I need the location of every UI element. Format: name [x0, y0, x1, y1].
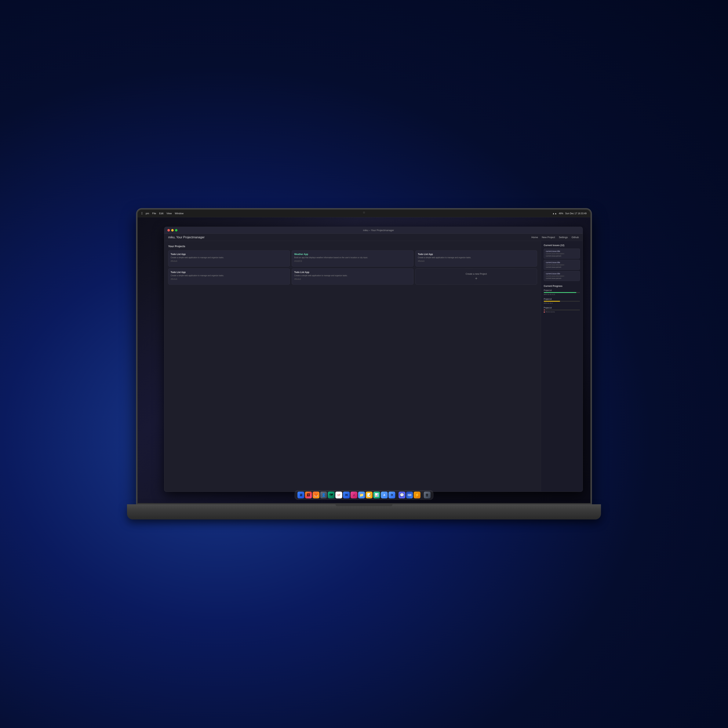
maximize-button[interactable] — [175, 229, 177, 231]
project-desc-2: Build an app that displays weather infor… — [294, 256, 411, 259]
nav-github[interactable]: Github — [572, 236, 579, 239]
dock-files[interactable]: 📁 — [358, 492, 365, 499]
dock-notes[interactable]: 📝 — [366, 492, 373, 499]
laptop-outer:  pm File Edit View Window ▲▲ 46% Sun De… — [99, 99, 629, 629]
camera-notch — [363, 211, 365, 214]
project-card-3[interactable]: Todo List App Create a simple web applic… — [415, 251, 537, 266]
progress-label-2: Project.id — [544, 298, 580, 300]
dock-testflight[interactable]: ✈ — [388, 492, 395, 499]
menubar-edit[interactable]: Edit — [159, 212, 164, 215]
progress-item-1: Project.id 90% to v0.4.21 — [544, 289, 580, 295]
dock-firefox[interactable]: 🦊 — [313, 492, 320, 499]
issues-section-title: Current Issues (12) — [544, 244, 580, 247]
dock-contacts[interactable]: 👤 — [320, 492, 327, 499]
dock-calendar[interactable]: 17 — [335, 492, 342, 499]
project-tag-1: #f0c6c6 — [171, 260, 288, 262]
project-desc-1: Create a simple web application to manag… — [171, 256, 288, 259]
plus-icon: + — [475, 277, 477, 281]
project-tag-4: #f0c6c6 — [171, 278, 288, 280]
window-title: miku – Your Projectmanager — [177, 229, 580, 232]
issue-title-2: current.issue.title — [546, 262, 578, 263]
project-desc-4: Create a simple web application to manag… — [171, 274, 288, 277]
close-button[interactable] — [167, 229, 170, 231]
menubar-right: ▲▲ 46% Sun Dec 17 16:33:49 — [552, 212, 587, 215]
project-card-1[interactable]: Todo List App Create a simple web applic… — [168, 251, 290, 266]
progress-meta-1: 90% to v0.4.21 — [544, 294, 580, 295]
project-card-2[interactable]: Weather App Build an app that displays w… — [292, 251, 413, 266]
project-card-5[interactable]: Todo List App Create a simple web applic… — [292, 268, 413, 284]
projects-grid: Todo List App Create a simple web applic… — [168, 251, 537, 284]
project-desc-5: Create a simple web application to manag… — [294, 274, 411, 277]
dock-separator — [397, 492, 397, 498]
menubar-battery: 46% — [559, 212, 563, 215]
app-window: miku – Your Projectmanager miku, Your Pr… — [164, 227, 583, 492]
create-new-project-card[interactable]: Create a new Project + — [415, 268, 537, 284]
menubar-datetime: Sun Dec 17 16:33:49 — [565, 212, 587, 215]
progress-bar-fill-3 — [544, 310, 545, 310]
project-tag-2: #3182CE — [294, 260, 411, 262]
dock-photos[interactable]: 🖼 — [305, 492, 312, 499]
project-desc-3: Create a simple web application to manag… — [418, 256, 535, 259]
dock-trash[interactable]: 🗑 — [424, 492, 431, 499]
app-navbar: miku, Your Projectmanager Home New Proje… — [164, 234, 583, 241]
dock-vscode[interactable]: ⌨ — [406, 492, 413, 499]
issue-card-3[interactable]: current.issue.title current.issue.descri… — [544, 271, 580, 281]
issue-title-3: current.issue.title — [546, 272, 578, 275]
new-project-label: Create a new Project — [466, 272, 487, 275]
project-name-4: Todo List App — [171, 271, 288, 274]
progress-item-3: Project.id 3% to v1.8.1 — [544, 307, 580, 313]
issue-card-1[interactable]: current.issue.title current.issue.descri… — [544, 249, 580, 258]
dock-music[interactable]: ♪ — [350, 492, 357, 499]
project-name-2: Weather App — [294, 253, 411, 255]
dock-appstore[interactable]: A — [381, 492, 388, 499]
macos-menubar:  pm File Edit View Window ▲▲ 46% Sun De… — [138, 210, 590, 217]
dock-maps[interactable]: 🗺 — [328, 492, 335, 499]
progress-meta-2: 45% to v0.1 — [544, 302, 580, 304]
project-tag-3: #f0c6c6 — [418, 260, 535, 262]
apple-icon:  — [141, 211, 143, 216]
dock-finder[interactable]: 🖥 — [297, 492, 304, 499]
dock-discord[interactable]: 💬 — [399, 492, 405, 499]
progress-bar-bg-2 — [544, 301, 580, 301]
nav-new-project[interactable]: New Project — [542, 236, 555, 239]
menubar-wifi: ▲▲ — [552, 212, 557, 215]
minimize-button[interactable] — [171, 229, 174, 231]
laptop-screen:  pm File Edit View Window ▲▲ 46% Sun De… — [136, 208, 592, 504]
laptop-base — [127, 504, 601, 520]
menubar-file[interactable]: File — [152, 212, 156, 215]
issue-desc-1: current.issue.description — [546, 253, 578, 255]
window-titlebar: miku – Your Projectmanager — [164, 227, 583, 234]
menubar-view[interactable]: View — [167, 212, 172, 215]
main-content: Your Projects Todo List App Create a sim… — [164, 241, 541, 492]
traffic-lights — [167, 229, 177, 231]
app-body: Your Projects Todo List App Create a sim… — [164, 241, 583, 492]
issue-person-2: current.issue.person — [546, 266, 578, 268]
progress-label-1: Project.id — [544, 289, 580, 291]
issue-title-1: current.issue.title — [546, 250, 578, 252]
progress-dot-red — [544, 312, 545, 313]
progress-bar-fill-1 — [544, 292, 577, 293]
app-brand: miku, Your Projectmanager — [168, 236, 205, 239]
progress-bar-fill-2 — [544, 301, 560, 301]
progress-item-2: Project.id 45% to v0.1 — [544, 298, 580, 304]
nav-home[interactable]: Home — [531, 236, 538, 239]
menubar-appname: pm — [146, 212, 149, 215]
project-name-3: Todo List App — [418, 253, 535, 255]
project-name-5: Todo List App — [294, 271, 411, 274]
project-name-1: Todo List App — [171, 253, 288, 255]
dock: 🖥 🖼 🦊 👤 🗺 17 ✉ ♪ 📁 📝 📊 A ✈ 💬 ⌨ ⚡ 🗑 — [295, 490, 433, 500]
project-card-4[interactable]: Todo List App Create a simple web applic… — [168, 268, 290, 284]
dock-numbers[interactable]: 📊 — [373, 492, 380, 499]
dock-mail[interactable]: ✉ — [343, 492, 350, 499]
dock-chat[interactable]: ⚡ — [414, 492, 421, 499]
progress-label-3: Project.id — [544, 307, 580, 309]
issue-card-2[interactable]: current.issue.title current.issue.descri… — [544, 260, 580, 270]
menubar-window[interactable]: Window — [175, 212, 184, 215]
projects-section-title: Your Projects — [168, 245, 537, 248]
progress-meta-3: 3% to v1.8.1 — [544, 311, 580, 313]
issue-desc-2: current.issue.description — [546, 264, 578, 266]
menubar-left:  pm File Edit View Window — [141, 211, 184, 216]
nav-settings[interactable]: Settings — [559, 236, 568, 239]
screen-content: miku – Your Projectmanager miku, Your Pr… — [138, 217, 590, 503]
nav-links: Home New Project Settings Github — [531, 236, 579, 239]
